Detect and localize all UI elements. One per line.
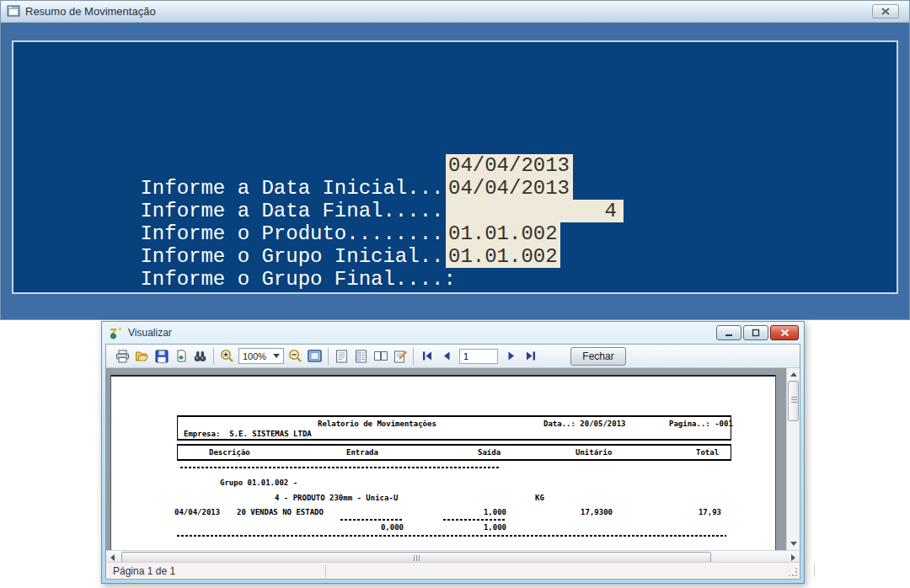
save-button[interactable] <box>152 347 171 366</box>
two-pages-view-button[interactable] <box>371 347 390 366</box>
zoom-level-combo[interactable]: 100% <box>238 348 284 364</box>
column-descricao: Descrição <box>209 448 250 457</box>
data-final-field[interactable]: 04/04/2013 <box>446 177 573 200</box>
page-outline-view-button[interactable] <box>351 347 371 366</box>
form-row-grupo-final: Informe o Grupo Final....: 01.01.002 <box>67 245 456 268</box>
grupo-final-label: Informe o Grupo Final....: <box>140 268 455 291</box>
preview-area: Relatorio de Movimentações Data..: 20/05… <box>106 368 800 550</box>
form-row-data-final: Informe a Data Final.....: 04/04/2013 <box>67 177 456 200</box>
two-pages-icon <box>373 350 388 362</box>
statusbar-separator <box>325 564 326 577</box>
prev-page-button[interactable] <box>436 347 456 366</box>
report-title: Relatorio de Movimentações <box>318 420 436 428</box>
column-saida: Saída <box>478 448 500 457</box>
report-footer-dashed-line <box>177 535 726 537</box>
form-row-produto: Informe o Produto........: 4 <box>67 200 456 222</box>
toolbar-separator <box>328 348 329 365</box>
status-page-info: Página 1 de 1 <box>113 565 175 577</box>
zoom-level-value: 100% <box>243 351 266 361</box>
page-outline-icon <box>355 350 367 363</box>
report-group-line: Grupo 01.01.002 - <box>220 478 297 487</box>
next-page-button[interactable] <box>501 347 521 366</box>
resize-grip-icon[interactable] <box>788 567 798 577</box>
grupo-inicial-field[interactable]: 01.01.002 <box>446 222 560 245</box>
visualizar-window: 7 Visualizar <box>101 321 805 584</box>
report-page-number: Pagina..: -001 <box>669 420 733 428</box>
vertical-scrollbar[interactable] <box>786 368 800 550</box>
toolbar-separator <box>413 348 414 365</box>
thumb-grip <box>416 555 417 561</box>
close-icon <box>881 8 890 15</box>
chevron-down-icon <box>273 354 280 358</box>
form-panel: Informe a Data Inicial...: 04/04/2013 In… <box>12 40 898 294</box>
total-entrada: 0,000 <box>351 523 404 532</box>
prev-page-icon <box>442 350 452 361</box>
page-text-view-button[interactable] <box>332 347 351 366</box>
detail-saida: 1,000 <box>454 508 506 516</box>
export-button[interactable] <box>171 347 190 366</box>
grupo-final-field[interactable]: 01.01.002 <box>446 245 560 268</box>
data-inicial-field[interactable]: 04/04/2013 <box>446 154 573 177</box>
zoom-in-button[interactable] <box>217 347 237 366</box>
next-page-icon <box>506 350 517 361</box>
statusbar-separator <box>814 564 815 577</box>
maximize-icon <box>752 329 760 337</box>
zoom-out-button[interactable] <box>286 347 305 366</box>
scroll-right-icon[interactable] <box>791 554 795 561</box>
preview-maximize-button[interactable] <box>743 325 768 340</box>
report-product-line: 4 - PRODUTO 230mm - Unica-U <box>275 494 398 502</box>
save-icon <box>155 350 169 363</box>
column-total: Total <box>696 448 719 457</box>
last-page-button[interactable] <box>521 347 540 366</box>
form-window-icon <box>7 5 20 18</box>
report-columns-box <box>177 444 731 461</box>
edit-page-icon <box>393 350 407 363</box>
export-page-icon <box>174 350 188 363</box>
produto-field[interactable]: 4 <box>446 200 624 222</box>
report-dashed-divider <box>180 467 500 468</box>
open-button[interactable] <box>132 347 152 366</box>
detail-description: 20 VENDAS NO ESTADO <box>237 508 324 516</box>
zoom-out-icon <box>288 349 302 363</box>
report-preview-icon: 7 <box>109 326 123 339</box>
preview-client: 100% <box>105 344 800 580</box>
report-company: Empresa: S.E. SISTEMAS LTDA <box>184 430 312 438</box>
open-icon <box>135 350 149 363</box>
print-button[interactable] <box>113 347 132 366</box>
form-row-data-inicial: Informe a Data Inicial...: 04/04/2013 <box>67 154 456 177</box>
entrada-subtotal-line <box>340 519 404 521</box>
minimize-icon <box>725 329 733 337</box>
thumb-grip <box>791 399 797 400</box>
vertical-scroll-thumb[interactable] <box>788 381 799 421</box>
main-close-button[interactable] <box>872 4 899 19</box>
scroll-up-icon[interactable] <box>790 372 797 377</box>
preview-statusbar: Página 1 de 1 <box>106 562 800 579</box>
whole-page-button[interactable] <box>305 347 324 366</box>
fechar-button[interactable]: Fechar <box>570 347 626 366</box>
scroll-left-icon[interactable] <box>110 554 115 561</box>
resumo-movimentacao-window: Resumo de Movimentação Informe a Data In… <box>0 0 910 320</box>
detail-unitario: 17,9300 <box>560 508 613 516</box>
zoom-in-icon <box>220 349 234 363</box>
page-number-input[interactable] <box>459 349 498 364</box>
saida-subtotal-line <box>443 519 506 521</box>
first-page-icon <box>421 350 433 361</box>
close-icon <box>780 329 790 337</box>
last-page-icon <box>525 350 537 361</box>
preview-toolbar: 100% <box>106 345 800 368</box>
first-page-button[interactable] <box>417 347 436 366</box>
column-unitario: Unitário <box>575 448 612 457</box>
preview-close-button[interactable] <box>770 325 799 340</box>
preview-minimize-button[interactable] <box>716 325 741 340</box>
form-row-grupo-inicial: Informe o Grupo Inicial..: 01.01.002 <box>67 222 456 245</box>
print-icon <box>115 350 130 363</box>
preview-titlebar[interactable]: 7 Visualizar <box>102 322 804 344</box>
detail-date: 04/04/2013 <box>174 508 220 516</box>
main-titlebar[interactable]: Resumo de Movimentação <box>1 1 909 23</box>
main-window-title: Resumo de Movimentação <box>25 5 156 18</box>
find-button[interactable] <box>190 347 210 366</box>
edit-page-button[interactable] <box>390 347 410 366</box>
scroll-down-icon[interactable] <box>790 542 797 546</box>
total-saida: 1,000 <box>454 523 506 532</box>
report-product-unit: KG <box>535 494 544 502</box>
